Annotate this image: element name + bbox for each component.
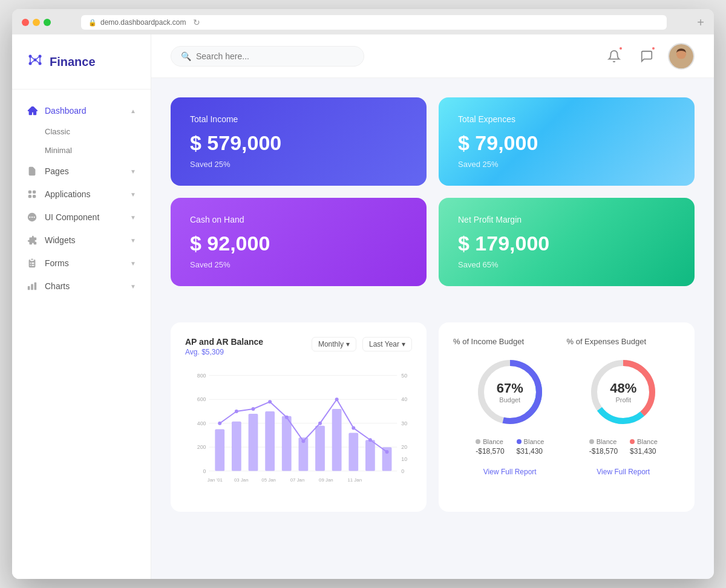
svg-text:200: 200 (197, 444, 206, 450)
close-dot[interactable] (22, 19, 29, 26)
svg-point-49 (352, 426, 355, 430)
fullscreen-dot[interactable] (44, 19, 51, 26)
total-income-title: Total Income (190, 114, 407, 124)
legend-label-1: Blance (483, 438, 503, 445)
refresh-button[interactable]: ↻ (193, 18, 200, 27)
expenses-legend: Blance -$18,570 Blance (589, 438, 658, 456)
sidebar-item-charts[interactable]: Charts ▼ (12, 275, 151, 298)
sidebar-item-forms[interactable]: Forms ▼ (12, 252, 151, 275)
svg-point-51 (385, 450, 389, 454)
sidebar-item-applications[interactable]: Applications ▼ (12, 183, 151, 206)
sidebar-logo: Finance (12, 34, 151, 90)
year-filter[interactable]: Last Year ▾ (362, 337, 412, 351)
notifications-button[interactable] (603, 45, 626, 68)
expenses-budget-section: % of Expenses Budget (567, 337, 681, 476)
income-budget-wrapper: 67% Budget Blance (453, 356, 567, 476)
expenses-budget-donut: 48% Profit (587, 356, 659, 428)
main-content: 🔍 (151, 34, 714, 579)
exp-legend-value-1: -$18,570 (589, 447, 618, 456)
chart-filters: Monthly ▾ Last Year ▾ (312, 337, 412, 351)
user-avatar[interactable] (668, 43, 695, 70)
svg-text:20: 20 (401, 444, 407, 450)
dashboard-label: Dashboard (45, 106, 130, 116)
messages-button[interactable] (635, 45, 658, 68)
legend-dot-2 (517, 439, 522, 444)
legend-value-1: -$18,570 (476, 447, 504, 456)
monthly-chevron: ▾ (346, 340, 350, 348)
bell-icon (607, 50, 621, 63)
cards-area: Total Income $ 579,000 Saved 25% Total E… (151, 78, 714, 322)
cards-grid: Total Income $ 579,000 Saved 25% Total E… (171, 97, 695, 286)
income-budget-section: % of Income Budget (453, 337, 567, 476)
logo-icon (27, 51, 44, 72)
bar-chart-header: AP and AR Balance Avg. $5,309 Monthly ▾ … (185, 337, 412, 356)
dashboard-chevron: ▲ (130, 108, 136, 114)
search-input[interactable] (196, 51, 354, 61)
applications-label: Applications (45, 189, 130, 199)
message-icon (640, 50, 653, 63)
widgets-icon (27, 235, 38, 246)
total-income-value: $ 579,000 (190, 131, 407, 155)
home-icon (27, 105, 38, 116)
svg-point-50 (368, 438, 372, 442)
svg-rect-36 (315, 426, 325, 471)
svg-text:10: 10 (401, 456, 407, 462)
forms-label: Forms (45, 258, 130, 268)
browser-chrome: 🔒 demo.dashboardpack.com ↻ + (12, 9, 714, 34)
ui-component-chevron: ▼ (130, 214, 136, 221)
sidebar-sub-classic[interactable]: Classic (12, 122, 151, 141)
income-legend: Blance -$18,570 Blance (476, 438, 544, 456)
minimize-dot[interactable] (33, 19, 40, 26)
widgets-label: Widgets (45, 235, 130, 245)
legend-dot-1 (476, 439, 480, 444)
bar-chart-sub: Avg. $5,309 (185, 348, 263, 356)
exp-legend-dot-2 (630, 439, 635, 444)
sidebar-item-widgets[interactable]: Widgets ▼ (12, 229, 151, 252)
sidebar-sub-minimal[interactable]: Minimal (12, 141, 151, 160)
donut-charts-container: % of Income Budget (453, 337, 680, 476)
address-bar[interactable]: 🔒 demo.dashboardpack.com ↻ (81, 15, 667, 30)
svg-rect-37 (332, 409, 342, 471)
forms-icon (27, 258, 38, 269)
expenses-pct: 48% (610, 381, 636, 396)
total-income-sub: Saved 25% (190, 160, 407, 169)
exp-legend-value-2: $31,430 (630, 447, 656, 456)
new-tab-button[interactable]: + (697, 16, 704, 28)
svg-rect-39 (365, 440, 375, 471)
stat-card-total-income: Total Income $ 579,000 Saved 25% (171, 97, 427, 186)
net-profit-value: $ 179,000 (458, 232, 675, 255)
svg-text:07 Jan: 07 Jan (290, 477, 305, 483)
expenses-sub: Profit (610, 396, 636, 403)
applications-chevron: ▼ (130, 191, 136, 198)
svg-point-43 (252, 407, 255, 411)
sidebar-item-ui-component[interactable]: UI Component ▼ (12, 206, 151, 229)
expenses-pct-label: 48% Profit (610, 381, 636, 403)
svg-text:0: 0 (401, 468, 404, 474)
svg-text:50: 50 (401, 373, 407, 379)
sidebar-item-pages[interactable]: Pages ▼ (12, 160, 151, 183)
sidebar-item-dashboard[interactable]: Dashboard ▲ (12, 99, 151, 122)
income-sub: Budget (497, 396, 523, 403)
stat-card-cash-on-hand: Cash on Hand $ 92,000 Saved 25% (171, 198, 427, 286)
exp-legend-item-1: Blance -$18,570 (589, 438, 618, 456)
sidebar-nav: Dashboard ▲ Classic Minimal Pages ▼ (12, 90, 151, 307)
applications-icon (27, 189, 38, 200)
svg-text:800: 800 (197, 373, 206, 379)
svg-point-48 (335, 397, 339, 401)
income-budget-donut: 67% Budget (474, 356, 546, 428)
total-expenses-sub: Saved 25% (458, 160, 675, 169)
net-profit-title: Net Profit Margin (458, 215, 675, 224)
search-icon: 🔍 (181, 51, 191, 61)
view-report-income[interactable]: View Full Report (483, 468, 537, 476)
svg-point-41 (218, 422, 221, 425)
view-report-expenses[interactable]: View Full Report (597, 468, 650, 476)
search-bar[interactable]: 🔍 (171, 46, 364, 67)
exp-legend-label-2: Blance (637, 438, 658, 445)
donut-charts-card: % of Income Budget (439, 322, 695, 512)
svg-rect-34 (282, 416, 292, 471)
monthly-label: Monthly (318, 340, 344, 348)
monthly-filter[interactable]: Monthly ▾ (312, 337, 356, 351)
svg-point-46 (301, 439, 305, 443)
legend-value-2: $31,430 (517, 447, 543, 456)
svg-text:Jan '01: Jan '01 (208, 477, 223, 483)
